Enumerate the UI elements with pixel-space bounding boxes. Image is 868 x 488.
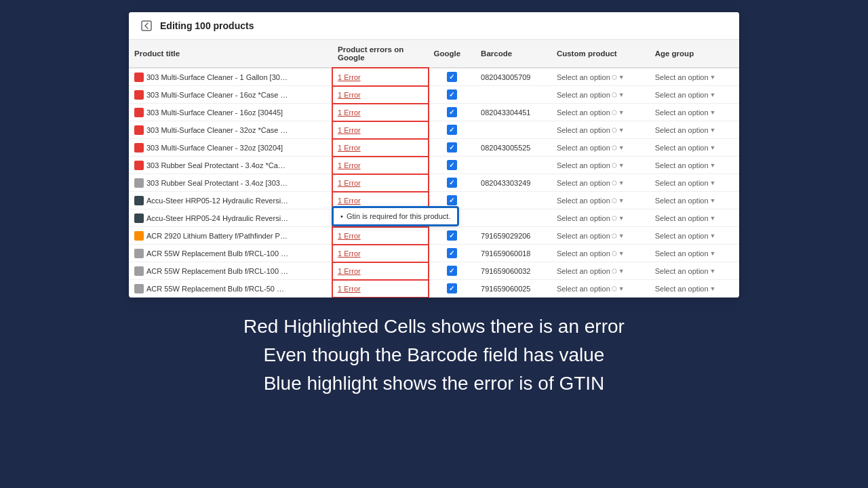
select-arrow-icon: ⬡ (612, 285, 617, 292)
custom-product-select[interactable]: Select an option (557, 232, 610, 240)
age-chevron-icon: ▼ (710, 74, 716, 81)
error-link[interactable]: 1 Error (338, 179, 361, 187)
product-icon (134, 108, 144, 117)
age-group-cell: Select an option ▼ (650, 209, 739, 227)
error-link[interactable]: 1 Error (338, 249, 361, 258)
checkbox-checked[interactable] (447, 72, 457, 82)
google-checkbox-cell (429, 121, 476, 139)
age-group-select[interactable]: Select an option (655, 232, 709, 240)
chevron-icon: ▼ (618, 144, 625, 151)
error-link[interactable]: 1 Error (338, 285, 361, 293)
error-link[interactable]: 1 Error (338, 161, 361, 169)
error-link[interactable]: 1 Error (338, 144, 361, 152)
checkbox-checked[interactable] (447, 89, 457, 100)
chevron-icon: ▼ (618, 268, 625, 274)
chevron-icon: ▼ (618, 285, 625, 292)
table-row: 303 Rubber Seal Protectant - 3.4oz [3032… (129, 174, 739, 192)
back-icon[interactable] (140, 19, 153, 33)
checkbox-checked[interactable] (447, 142, 457, 152)
error-cell: 1 Error (332, 227, 428, 245)
checkbox-checked[interactable] (447, 178, 457, 188)
checkbox-checked[interactable] (447, 248, 457, 258)
product-icon (134, 214, 144, 223)
select-arrow-icon: ⬡ (612, 197, 617, 204)
age-group-select[interactable]: Select an option (655, 108, 709, 117)
age-group-select[interactable]: Select an option (655, 197, 709, 205)
select-arrow-icon: ⬡ (612, 180, 617, 186)
age-group-cell: Select an option ▼ (650, 104, 739, 121)
error-cell: 1 Error (332, 68, 428, 86)
google-checkbox-cell (429, 245, 476, 262)
product-icon (134, 90, 144, 100)
custom-product-select[interactable]: Select an option (557, 267, 610, 275)
age-chevron-icon: ▼ (710, 197, 716, 204)
age-group-select[interactable]: Select an option (655, 73, 709, 81)
table-wrapper: Editing 100 products Product title Produ… (129, 12, 739, 298)
select-arrow-icon: ⬡ (612, 127, 617, 134)
custom-product-select[interactable]: Select an option (557, 144, 610, 152)
error-link[interactable]: 1 Error (338, 232, 361, 240)
product-title-cell: Accu-Steer HRP05-24 Hydraulic Reversing … (129, 209, 332, 227)
custom-product-select[interactable]: Select an option (557, 197, 610, 205)
age-group-select[interactable]: Select an option (655, 249, 709, 258)
barcode-cell (475, 192, 551, 209)
age-chevron-icon: ▼ (710, 127, 716, 134)
product-icon (134, 249, 144, 258)
product-name: ACR 2920 Lithium Battery f/Pathfinder Pr… (146, 232, 289, 240)
chevron-icon: ▼ (618, 197, 625, 204)
product-icon (134, 196, 144, 205)
error-cell: 1 Error (332, 86, 428, 104)
error-link[interactable]: 1 Error (338, 91, 361, 99)
age-chevron-icon: ▼ (710, 250, 716, 257)
age-group-cell: Select an option ▼ (650, 121, 739, 139)
product-title-cell: ACR 55W Replacement Bulb f/RCL-50 Search… (129, 280, 332, 298)
product-icon (134, 231, 144, 241)
custom-product-select[interactable]: Select an option (557, 161, 610, 169)
error-link[interactable]: 1 Error (338, 126, 361, 134)
age-group-select[interactable]: Select an option (655, 91, 709, 99)
custom-product-select[interactable]: Select an option (557, 285, 610, 293)
error-link[interactable]: 1 Error (338, 73, 361, 81)
age-group-cell: Select an option ▼ (650, 280, 739, 298)
error-link[interactable]: 1 Error (338, 108, 361, 117)
age-group-select[interactable]: Select an option (655, 267, 709, 275)
age-group-select[interactable]: Select an option (655, 214, 709, 222)
select-arrow-icon: ⬡ (612, 232, 617, 239)
col-age-group: Age group (650, 40, 739, 68)
table-row: ACR 55W Replacement Bulb f/RCL-100 Searc… (129, 262, 739, 280)
caption-line3: Blue highlight shows the error is of GTI… (243, 369, 625, 398)
custom-product-cell: Select an option ⬡ ▼ (551, 86, 650, 104)
google-checkbox-cell (429, 68, 476, 86)
checkbox-checked[interactable] (447, 160, 457, 170)
main-container: Editing 100 products Product title Produ… (0, 0, 868, 488)
custom-product-select[interactable]: Select an option (557, 249, 610, 258)
select-arrow-icon: ⬡ (612, 144, 617, 151)
custom-product-select[interactable]: Select an option (557, 91, 610, 99)
table-header-bar: Editing 100 products (129, 12, 739, 40)
age-group-select[interactable]: Select an option (655, 144, 709, 152)
age-group-select[interactable]: Select an option (655, 161, 709, 169)
table-row: 303 Rubber Seal Protectant - 3.4oz *Case… (129, 157, 739, 174)
checkbox-checked[interactable] (447, 107, 457, 117)
custom-product-select[interactable]: Select an option (557, 214, 610, 222)
custom-product-select[interactable]: Select an option (557, 179, 610, 187)
checkbox-checked[interactable] (447, 195, 457, 205)
custom-product-select[interactable]: Select an option (557, 126, 610, 134)
age-group-select[interactable]: Select an option (655, 179, 709, 187)
age-group-select[interactable]: Select an option (655, 285, 709, 293)
google-checkbox-cell (429, 104, 476, 121)
checkbox-checked[interactable] (447, 230, 457, 241)
product-name: 303 Multi-Surface Cleaner - 16oz [30445] (146, 108, 283, 117)
custom-product-cell: Select an option ⬡ ▼ (551, 121, 650, 139)
barcode-cell (475, 121, 551, 139)
checkbox-checked[interactable] (447, 266, 457, 276)
custom-product-select[interactable]: Select an option (557, 73, 610, 81)
error-link[interactable]: 1 Error (338, 197, 361, 205)
custom-product-cell: Select an option ⬡ ▼ (551, 157, 650, 174)
age-group-select[interactable]: Select an option (655, 126, 709, 134)
error-link[interactable]: 1 Error (338, 267, 361, 275)
custom-product-select[interactable]: Select an option (557, 108, 610, 117)
checkbox-checked[interactable] (447, 125, 457, 135)
checkbox-checked[interactable] (447, 283, 457, 293)
custom-product-cell: Select an option ⬡ ▼ (551, 192, 650, 209)
